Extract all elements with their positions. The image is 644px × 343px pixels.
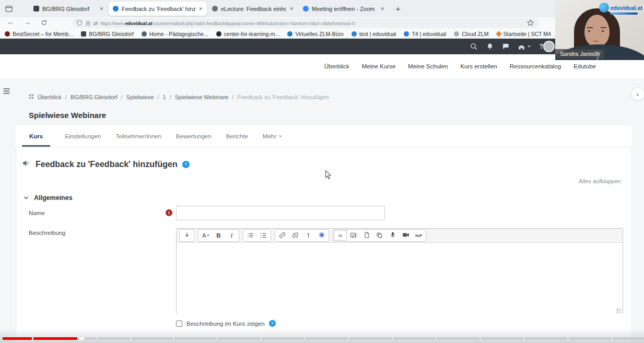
- presenter-eye: [588, 30, 590, 32]
- nav-item-edutube[interactable]: Edutube: [573, 63, 596, 69]
- user-avatar[interactable]: [543, 41, 555, 52]
- reload-button[interactable]: [39, 19, 49, 28]
- expand-toolbar-button[interactable]: [180, 230, 193, 241]
- prevent-autolink-button[interactable]: !: [302, 230, 315, 241]
- course-tab-kurs[interactable]: Kurs: [22, 125, 50, 147]
- course-tab-teilnehmer-innen[interactable]: Teilnehmer/innen: [115, 125, 161, 147]
- notifications-bell-icon[interactable]: [486, 43, 494, 50]
- unordered-list-button[interactable]: [244, 230, 257, 241]
- bookmark-label: Virtuelles ZLM-Büro: [295, 31, 344, 37]
- bookmark-favicon: [352, 31, 357, 37]
- bookmark-t4-eduvidual[interactable]: T4 | eduvidual: [404, 31, 446, 37]
- editor-textarea[interactable]: [177, 243, 623, 315]
- svg-text:3: 3: [260, 235, 262, 238]
- bookmark-startseite-sct-m4[interactable]: Startseite | SCT M4: [497, 31, 551, 37]
- nav-item-meine-kurse[interactable]: Meine Kurse: [362, 63, 396, 69]
- browser-tab-feedback-zu-feedback-hinzuf[interactable]: Feedback zu 'Feedback' hinzuf✕: [109, 2, 207, 16]
- course-tab-mehr[interactable]: Mehr: [263, 125, 283, 147]
- progress-segment-unwatched: [437, 337, 479, 340]
- h5p-button[interactable]: H-P: [412, 230, 425, 241]
- help-icon[interactable]: ?: [182, 161, 190, 168]
- breadcrumb-current: Feedback zu 'Feedback' hinzufügen: [237, 94, 329, 100]
- font-style-button[interactable]: A▾: [199, 230, 212, 241]
- font-style-glyph: A: [202, 232, 206, 239]
- screen: BG/BRG Gleisdorf✕Feedback zu 'Feedback' …: [0, 0, 644, 343]
- bookmark-home-pädagogische[interactable]: Home - Pädagogische...: [142, 31, 208, 37]
- webcam-overlay: eduvidual.at Sandra Janisch: [555, 0, 644, 60]
- italic-button[interactable]: I: [225, 230, 238, 241]
- breadcrumb-link-1[interactable]: 1: [163, 94, 166, 100]
- bookmark-label: BestSecret – for Memb...: [13, 31, 73, 37]
- course-tab-berichte[interactable]: Berichte: [226, 125, 248, 147]
- nav-item-überblick[interactable]: Überblick: [324, 63, 349, 69]
- unlink-button[interactable]: [289, 230, 302, 241]
- new-tab-button[interactable]: +: [393, 3, 403, 14]
- course-tab-einstellungen[interactable]: Einstellungen: [65, 125, 101, 147]
- browser-tab-meeting-eröffnen-zoom[interactable]: Meeting eröffnen - Zoom✕: [299, 2, 389, 16]
- breadcrumb-link-überblick[interactable]: Überblick: [38, 94, 62, 100]
- word-import-button[interactable]: W: [334, 230, 347, 241]
- tab-close-icon[interactable]: ✕: [198, 6, 203, 11]
- video-progress-bar[interactable]: [0, 337, 644, 340]
- url-text: https://www.eduvidual.at/course/modedit.…: [100, 21, 355, 26]
- firefox-view-icon[interactable]: [4, 4, 13, 13]
- checkbox-label: Beschreibung im Kurs zeigen: [186, 321, 265, 327]
- site-nav: ÜberblickMeine KurseMeine SchulenKurs er…: [0, 54, 644, 78]
- shield-icon[interactable]: [76, 19, 83, 28]
- browser-tab-bg-brg-gleisdorf[interactable]: BG/BRG Gleisdorf✕: [29, 2, 108, 16]
- bookmark-favicon: [216, 31, 221, 37]
- bold-button[interactable]: B: [212, 230, 225, 241]
- presenter-name-badge: Sandra Janisch: [555, 49, 604, 58]
- show-description-checkbox[interactable]: [176, 321, 182, 327]
- back-button[interactable]: ←: [5, 18, 16, 26]
- search-icon[interactable]: [470, 43, 478, 51]
- switch-container-icon[interactable]: ⇄: [93, 20, 98, 26]
- open-drawer-button[interactable]: ‹: [631, 87, 644, 101]
- insert-image-button[interactable]: [347, 230, 360, 241]
- help-icon[interactable]: ?: [269, 320, 276, 327]
- bookmark-cloud-zlm[interactable]: Cloud ZLM: [454, 31, 488, 37]
- ordered-list-button[interactable]: 123: [257, 230, 270, 241]
- breadcrumb-separator: /: [65, 94, 67, 100]
- zoom-favicon: [303, 6, 309, 11]
- browser-tab-electure-feedback-einholen-m[interactable]: eLecture: Feedback einholen m✕: [208, 2, 298, 16]
- tab-close-icon[interactable]: ✕: [289, 6, 294, 11]
- name-input[interactable]: [176, 206, 385, 220]
- tab-close-icon[interactable]: ✕: [99, 6, 103, 11]
- bookmark-bg-brg-gleisdorf[interactable]: BG/BRG Gleisdorf: [81, 31, 134, 37]
- forward-button[interactable]: →: [22, 18, 32, 26]
- lock-icon[interactable]: [85, 19, 91, 28]
- breadcrumb-link-spielwiese-webinare[interactable]: Spielwiese Webinare: [175, 94, 229, 100]
- bookmark-test-eduvidual[interactable]: test | eduvidual: [352, 31, 396, 37]
- insert-media-button[interactable]: [360, 230, 373, 241]
- nav-item-kurs-erstellen[interactable]: Kurs erstellen: [460, 63, 497, 69]
- editor-toolbar: A▾BI123!WH-P: [177, 229, 623, 243]
- link-button[interactable]: [276, 230, 289, 241]
- tab-close-icon[interactable]: ✕: [380, 6, 384, 11]
- drawer-toggle-icon[interactable]: [2, 87, 11, 98]
- bookmark-star-icon[interactable]: [526, 19, 534, 29]
- manage-files-button[interactable]: [373, 230, 386, 241]
- bookmark-favicon: [404, 31, 409, 37]
- bookmark-virtuelles-zlm-büro[interactable]: Virtuelles ZLM-Büro: [287, 31, 344, 37]
- progress-segment-buffer: [79, 337, 84, 340]
- emoticon-button[interactable]: [315, 230, 328, 241]
- bookmark-favicon: [5, 31, 10, 37]
- bookmark-label: Home - Pädagogische...: [149, 31, 208, 37]
- course-tab-bewertungen[interactable]: Bewertungen: [176, 125, 212, 147]
- expand-all-link[interactable]: Alles aufklappen: [579, 178, 621, 184]
- electure-favicon: [212, 6, 218, 11]
- messages-icon[interactable]: [502, 43, 509, 50]
- breadcrumb-link-spielwiese[interactable]: Spielwiese: [126, 94, 154, 100]
- section-allgemeines[interactable]: Allgemeines: [24, 194, 73, 202]
- school-menu[interactable]: [518, 43, 531, 51]
- breadcrumb-link-bg-brg-gleisdorf[interactable]: BG/BRG Gleisdorf: [71, 94, 118, 100]
- bookmark-center-for-learning-m[interactable]: center-for-learning-m...: [216, 31, 280, 37]
- bookmark-bestsecret-for-memb[interactable]: BestSecret – for Memb...: [5, 31, 73, 37]
- nav-item-meine-schulen[interactable]: Meine Schulen: [408, 63, 448, 69]
- record-video-button[interactable]: [399, 230, 412, 241]
- resize-grip-icon[interactable]: [616, 309, 622, 314]
- url-bar[interactable]: ⇄ https://www.eduvidual.at/course/modedi…: [72, 18, 539, 28]
- nav-item-ressourcenkatalog[interactable]: Ressourcenkatalog: [510, 63, 561, 69]
- record-audio-button[interactable]: [386, 230, 399, 241]
